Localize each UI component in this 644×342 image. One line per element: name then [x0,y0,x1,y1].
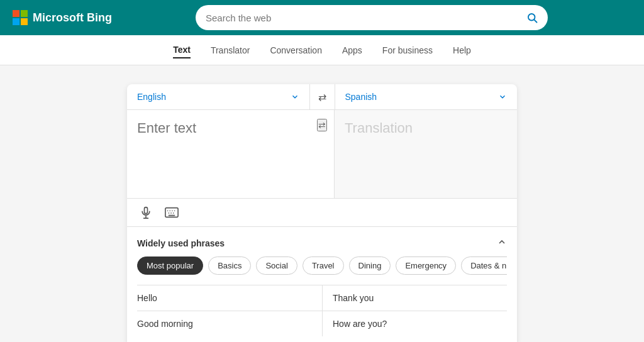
nav: Text Translator Conversation Apps For bu… [0,35,644,65]
tag-basics[interactable]: Basics [208,256,251,275]
main-content: English ⇄ Spanish ⇄ Translation [0,65,644,342]
keyboard-icon [165,207,179,218]
nav-item-conversation[interactable]: Conversation [270,43,322,58]
controls-row [127,198,517,226]
bing-logo-icon [13,10,28,25]
text-areas-row: ⇄ Translation [127,110,517,198]
nav-item-apps[interactable]: Apps [342,43,362,58]
nav-item-translator[interactable]: Translator [211,43,250,58]
search-input[interactable] [206,13,526,23]
translator-card: English ⇄ Spanish ⇄ Translation [127,84,517,342]
phrase-list: Hello Thank you Good morning How are you… [137,285,507,336]
tag-travel[interactable]: Travel [303,256,344,275]
target-language-select[interactable]: Spanish [335,84,518,109]
language-row: English ⇄ Spanish [127,84,517,110]
phrase-item[interactable]: Thank you [322,285,507,311]
chevron-down-icon [498,92,507,101]
collapse-phrases-button[interactable] [497,237,507,249]
tag-most-popular[interactable]: Most popular [137,256,203,275]
search-icon [526,12,538,23]
search-button[interactable] [526,12,538,23]
tag-dates-num[interactable]: Dates & num [461,256,507,275]
microphone-button[interactable] [137,204,155,221]
header: Microsoft Bing [0,0,644,35]
source-lang-label: English [137,92,166,102]
phrases-tags: Most popular Basics Social Travel Dining… [137,256,507,275]
phrases-section: Widely used phrases Most popular Basics … [127,226,517,342]
chevron-up-icon [497,237,507,247]
nav-item-for-business[interactable]: For business [382,43,433,58]
phrase-item[interactable]: Hello [137,285,322,311]
phrase-item[interactable]: How are you? [322,311,507,336]
swap-area: ⇄ [309,110,335,198]
search-bar [196,5,548,30]
swap-languages-button[interactable]: ⇄ [310,84,335,109]
phrase-item[interactable]: Good morning [137,311,322,336]
svg-rect-2 [145,207,148,214]
tag-emergency[interactable]: Emergency [396,256,456,275]
microphone-icon [140,206,152,219]
source-language-select[interactable]: English [127,84,310,109]
svg-line-1 [534,19,536,22]
search-bar-wrap [112,5,631,30]
tag-dining[interactable]: Dining [349,256,391,275]
nav-item-help[interactable]: Help [453,43,471,58]
source-text-input[interactable] [127,110,309,198]
swap-icon-button[interactable]: ⇄ [317,119,327,131]
keyboard-button[interactable] [162,204,181,221]
phrases-header: Widely used phrases [137,237,507,249]
nav-item-text[interactable]: Text [173,42,191,58]
logo-text: Microsoft Bing [33,11,112,25]
target-lang-label: Spanish [345,92,377,102]
logo-area: Microsoft Bing [13,10,112,25]
chevron-down-icon [291,92,299,101]
translation-output: Translation [335,110,517,198]
phrases-title: Widely used phrases [137,238,225,248]
tag-social[interactable]: Social [256,256,297,275]
